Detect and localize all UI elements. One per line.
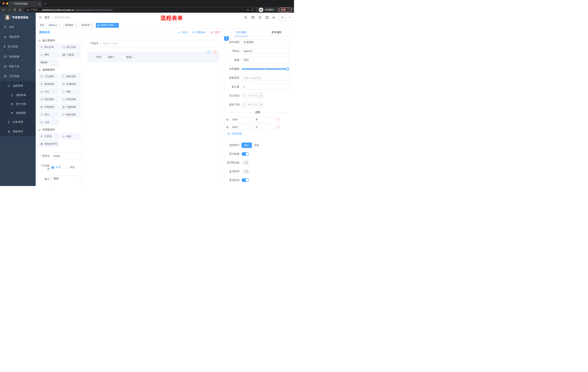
bookmark-star-icon[interactable] <box>251 9 254 11</box>
toggle-switch[interactable] <box>242 178 249 182</box>
palette-item-多行文本[interactable]: 多行文本 <box>60 44 81 50</box>
field-name-input[interactable] <box>242 48 289 54</box>
tag-close-icon[interactable]: × <box>74 24 77 27</box>
palette-item-单行文本[interactable]: 单行文本 <box>38 44 59 50</box>
sidebar-logo[interactable]: 芋道管理系统 <box>0 13 36 22</box>
help-icon[interactable] <box>258 16 262 19</box>
tag-2[interactable]: 流程定义× <box>47 23 62 28</box>
toggle-switch[interactable] <box>242 170 249 173</box>
style-default-button[interactable]: 默认 <box>242 142 252 148</box>
max-select-placeholder[interactable]: 最多可选 <box>247 102 258 107</box>
plus-button[interactable]: + <box>258 93 263 98</box>
fullscreen-icon[interactable] <box>265 16 269 19</box>
radio-icon[interactable] <box>52 166 54 169</box>
save-button[interactable]: 保存 <box>178 31 187 34</box>
checkbox-icon[interactable] <box>122 56 125 58</box>
home-icon[interactable] <box>19 8 22 11</box>
url-bar[interactable]: 不安全 | dashboard.yudao.iocoder.cn/bpm/man… <box>24 8 256 12</box>
default-value-input[interactable] <box>242 84 289 90</box>
toggle-switch[interactable] <box>242 161 249 165</box>
component-type-select[interactable]: 多选框组 <box>242 39 289 45</box>
sidebar-item-6[interactable]: 工作流程 <box>0 71 36 81</box>
checkbox-icon[interactable] <box>104 56 106 58</box>
palette-item-按钮[interactable]: 按钮 <box>60 133 81 139</box>
palette-item-颜色选择[interactable]: 颜色选择 <box>60 111 81 118</box>
tab-form-props[interactable]: 表单属性 <box>259 28 294 36</box>
search-icon[interactable] <box>244 16 247 19</box>
hamburger-icon[interactable] <box>38 16 42 19</box>
palette-item-单选框组[interactable]: 单选框组 <box>38 81 59 87</box>
tab-close-icon[interactable]: × <box>39 2 40 5</box>
palette-item-下拉选择[interactable]: 下拉选择 <box>38 73 59 80</box>
slider-handle[interactable] <box>286 67 289 71</box>
palette-item-上传[interactable]: 上传 <box>38 119 59 126</box>
palette-item-评分[interactable]: 评分 <box>38 111 59 118</box>
copy-field-button[interactable] <box>207 50 211 54</box>
delete-field-button[interactable] <box>213 50 217 54</box>
form-name-input[interactable] <box>52 153 80 159</box>
palette-item-多选框组[interactable]: 多选框组 <box>60 81 81 87</box>
sidebar-item-1[interactable]: 首页 <box>0 22 36 32</box>
sidebar-item-10[interactable]: 流程模型 <box>0 108 36 117</box>
palette-item-滑块[interactable]: 滑块 <box>60 88 81 95</box>
back-icon[interactable] <box>2 8 5 11</box>
option-label-input[interactable] <box>230 117 252 122</box>
new-tab-button[interactable]: + <box>44 1 46 5</box>
status-open-radio[interactable]: 开启 <box>52 166 61 169</box>
phone-field-row[interactable]: 手机号 <box>87 40 219 47</box>
gender-option-1[interactable]: 选项一 <box>104 55 115 59</box>
view-json-button[interactable]: 查看json <box>192 31 206 34</box>
avatar[interactable] <box>279 14 286 21</box>
sidebar-item-12[interactable]: 请假查询 <box>0 127 36 136</box>
breadcrumb-home[interactable]: 首页 <box>45 16 50 19</box>
remove-option-icon[interactable]: − <box>276 126 280 129</box>
toggle-switch[interactable] <box>242 152 249 156</box>
tag-1[interactable]: 首页 <box>38 23 46 28</box>
palette-item-时间范围[interactable]: 时间范围 <box>60 96 81 103</box>
tag-close-icon[interactable]: × <box>91 24 93 27</box>
sidebar-item-5[interactable]: 研发工具 <box>0 62 36 71</box>
sidebar-item-4[interactable]: 基础设施 <box>0 52 36 62</box>
form-grid-slider[interactable] <box>242 67 289 71</box>
radio-icon[interactable] <box>65 166 68 169</box>
sidebar-item-9[interactable]: 用户分组 <box>0 100 36 108</box>
security-label[interactable]: 不安全 <box>31 8 38 11</box>
drag-handle-icon[interactable] <box>226 118 229 121</box>
style-button-button[interactable]: 按钮 <box>252 142 262 148</box>
palette-item-级联选择[interactable]: 级联选择 <box>60 73 81 80</box>
font-size-icon[interactable]: tT <box>273 16 275 19</box>
sidebar-item-8[interactable]: 流程表单 <box>0 91 36 100</box>
phone-input[interactable] <box>101 40 219 47</box>
palette-item-计数器[interactable]: 123计数器 <box>60 51 81 58</box>
sidebar-item-11[interactable]: 任务管理 <box>0 117 36 127</box>
sidebar-item-3[interactable]: ¥支付管理 <box>0 42 36 52</box>
add-option-button[interactable]: 添加选项 <box>227 132 289 135</box>
reload-icon[interactable] <box>13 8 16 11</box>
minus-button[interactable]: − <box>242 102 247 107</box>
browser-tab[interactable]: 芋道管理系统 × <box>8 1 42 7</box>
palette-item-日期范围[interactable]: 日期范围 <box>60 104 81 110</box>
gender-field-selected[interactable]: 性别 选项一 选项二 <box>87 52 219 63</box>
title-input[interactable] <box>242 57 289 63</box>
gender-option-2[interactable]: 选项二 <box>122 55 134 59</box>
palette-item-开关[interactable]: 开关 <box>38 88 59 95</box>
option-value-input[interactable] <box>254 125 275 130</box>
window-close-button[interactable] <box>2 2 5 5</box>
option-value-input[interactable] <box>254 117 275 122</box>
drag-handle-icon[interactable] <box>226 126 229 129</box>
tag-close-icon[interactable]: × <box>58 24 61 27</box>
plus-button[interactable]: + <box>258 102 263 107</box>
label-width-input[interactable] <box>242 75 289 81</box>
key-icon[interactable] <box>247 9 249 11</box>
sidebar-item-7[interactable]: 流程管理 <box>0 81 36 91</box>
tag-4[interactable]: 流程表单× <box>80 23 95 28</box>
clear-button[interactable]: 清空 <box>210 31 220 34</box>
palette-item-编辑器[interactable]: 编辑器 <box>38 59 59 66</box>
palette-item-时间选择[interactable]: 时间选择 <box>38 96 59 103</box>
tag-5[interactable]: 流程表单-编辑× <box>96 23 119 28</box>
caret-down-icon[interactable] <box>288 16 292 19</box>
slider-track[interactable] <box>242 68 289 70</box>
status-closed-radio[interactable]: 关闭 <box>65 166 75 169</box>
forward-icon[interactable] <box>8 8 11 11</box>
option-label-input[interactable] <box>230 125 252 130</box>
